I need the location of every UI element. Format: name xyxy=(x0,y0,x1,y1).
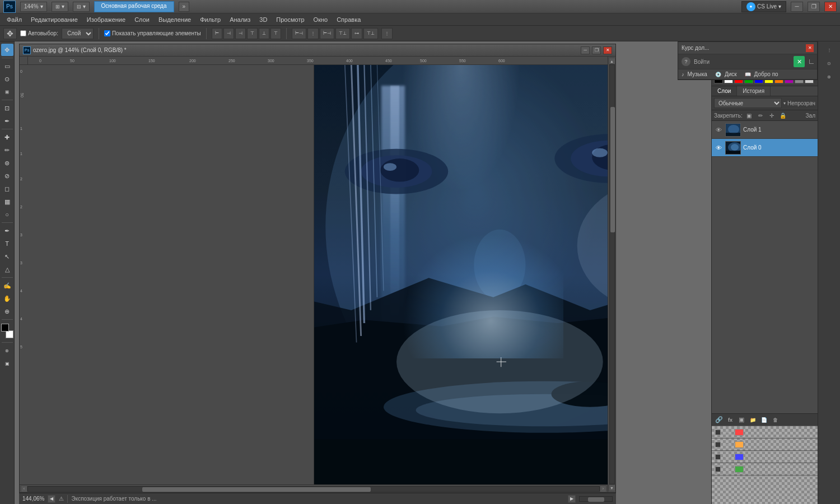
dist-bottom-btn[interactable]: ⊤⊥ xyxy=(363,28,378,39)
crop-tool[interactable]: ⊡ xyxy=(1,102,13,114)
check-1[interactable] xyxy=(715,430,721,435)
autofill-checkbox[interactable]: Автовыбор: xyxy=(20,30,58,36)
extra-panel-close-btn[interactable]: ✕ xyxy=(806,44,814,52)
tab-layers[interactable]: Слои xyxy=(712,86,737,96)
color-swatches[interactable] xyxy=(1,324,13,338)
menu-file[interactable]: Файл xyxy=(2,13,26,26)
status-nav-left[interactable]: ◀ xyxy=(48,495,55,503)
healing-tool[interactable]: ✚ xyxy=(1,131,13,143)
restore-btn[interactable]: ❐ xyxy=(808,2,820,12)
quick-select-tool[interactable]: ⋇ xyxy=(1,86,13,98)
gradient-tool[interactable]: ▦ xyxy=(1,195,13,208)
lasso-tool[interactable]: ⊙ xyxy=(1,73,13,85)
close-btn[interactable]: ✕ xyxy=(824,2,837,12)
zoom-dropdown[interactable]: 144% ▾ xyxy=(20,2,47,12)
screen-mode-btn[interactable]: ▣ xyxy=(1,357,13,370)
h-scroll-thumb[interactable] xyxy=(142,487,371,492)
move-tool-indicator[interactable]: ✥ xyxy=(3,28,17,39)
dist-center-btn[interactable]: ⋮ xyxy=(307,28,319,39)
workspace-btn[interactable]: Основная рабочая среда xyxy=(94,1,174,12)
menu-3d[interactable]: 3D xyxy=(255,13,272,26)
more-options-btn[interactable]: ⋮ xyxy=(381,28,393,39)
show-controls-check[interactable] xyxy=(104,30,110,36)
new-layer-btn[interactable]: 📄 xyxy=(759,416,769,424)
dist-right-btn[interactable]: ⊢⊣ xyxy=(320,28,334,39)
align-middle-btn[interactable]: ⊥ xyxy=(259,28,269,39)
dist-middle-btn[interactable]: ⊶ xyxy=(351,28,362,39)
clone-tool[interactable]: ⊛ xyxy=(1,157,13,169)
music-label[interactable]: Музыка xyxy=(688,71,707,77)
vertical-scrollbar[interactable]: ▲ ▼ xyxy=(608,57,615,492)
doc-minimize-btn[interactable]: ─ xyxy=(581,46,590,54)
layer-0-visibility[interactable]: 👁 xyxy=(714,143,723,152)
eraser-tool[interactable]: ◻ xyxy=(1,183,13,195)
help-btn[interactable]: ? xyxy=(682,57,690,66)
check-4[interactable] xyxy=(715,466,721,472)
cs-live-btn[interactable]: ● CS Live ▾ xyxy=(741,1,786,12)
arrange-btn[interactable]: ⊟ ▾ xyxy=(73,2,90,12)
blend-mode-select[interactable]: Обычные xyxy=(714,98,782,108)
move-tool[interactable]: ✥ xyxy=(1,44,13,56)
menu-window[interactable]: Окно xyxy=(309,13,333,26)
far-right-btn-1[interactable]: ⋮ xyxy=(823,44,836,56)
align-center-v-btn[interactable]: ⊣ xyxy=(223,28,234,39)
canvas-image-area[interactable] xyxy=(314,65,608,484)
layer-select-dropdown[interactable]: Слой xyxy=(62,28,94,39)
lock-position-btn[interactable]: ✛ xyxy=(767,111,776,119)
h-scroll-track[interactable] xyxy=(27,486,600,492)
autofill-check[interactable] xyxy=(20,30,26,36)
layer-item-0[interactable]: 👁 Слой 0 xyxy=(712,139,818,157)
login-btn[interactable]: Войти xyxy=(694,59,710,65)
add-mask-btn[interactable]: ▣ xyxy=(736,416,746,424)
eyedropper-tool[interactable]: ✒ xyxy=(1,115,13,127)
align-top-btn[interactable]: ⊤ xyxy=(247,28,258,39)
menu-edit[interactable]: Редактирование xyxy=(26,13,82,26)
layer-fx-btn[interactable]: fx xyxy=(725,416,735,424)
align-bottom-btn[interactable]: ⊤ xyxy=(270,28,281,39)
scroll-up-btn[interactable]: ▲ xyxy=(609,58,615,64)
notes-tool[interactable]: ✍ xyxy=(1,279,13,292)
menu-help[interactable]: Справка xyxy=(332,13,365,26)
pen-tool[interactable]: ✒ xyxy=(1,225,13,237)
menu-select[interactable]: Выделение xyxy=(154,13,195,26)
extra-options-btn[interactable]: » xyxy=(179,2,190,12)
scroll-down-btn[interactable]: ▼ xyxy=(609,484,615,491)
menu-filter[interactable]: Фильтр xyxy=(195,13,225,26)
align-right-btn[interactable]: ⊣ xyxy=(235,28,246,39)
minimize-btn[interactable]: ─ xyxy=(791,2,803,12)
status-scroll-thumb[interactable] xyxy=(588,497,604,502)
canvas-content[interactable] xyxy=(314,65,608,484)
view-options-btn[interactable]: ⊞ ▾ xyxy=(52,2,68,12)
dist-top-btn[interactable]: ⊤⊥ xyxy=(335,28,350,39)
quick-mask-btn[interactable]: ⊗ xyxy=(1,344,13,357)
doc-close-btn[interactable]: ✕ xyxy=(603,46,612,54)
align-left-btn[interactable]: ⊢ xyxy=(212,28,222,39)
far-right-btn-3[interactable]: ⊕ xyxy=(823,71,836,83)
lock-transparent-btn[interactable]: ▣ xyxy=(745,111,754,119)
show-controls-checkbox[interactable]: Показать управляющие элементы xyxy=(104,30,201,36)
shape-tool[interactable]: △ xyxy=(1,263,13,276)
check-3[interactable] xyxy=(715,454,721,460)
scroll-left-btn[interactable]: ‹ xyxy=(21,486,27,492)
status-scrollbar[interactable] xyxy=(579,496,613,502)
hand-tool[interactable]: ✋ xyxy=(1,292,13,305)
new-group-btn[interactable]: 📁 xyxy=(748,416,758,424)
v-scroll-track[interactable] xyxy=(609,64,615,484)
menu-layers[interactable]: Слои xyxy=(130,13,154,26)
horizontal-scrollbar[interactable]: ‹ › xyxy=(20,484,608,492)
v-scroll-thumb[interactable] xyxy=(610,107,615,232)
status-nav-right[interactable]: ▶ xyxy=(568,495,576,503)
path-select-tool[interactable]: ↖ xyxy=(1,250,13,263)
zoom-tool[interactable]: ⊕ xyxy=(1,305,13,318)
delete-layer-btn[interactable]: 🗑 xyxy=(770,416,780,424)
tab-history[interactable]: История xyxy=(737,86,771,96)
lock-all-btn[interactable]: 🔒 xyxy=(778,111,787,119)
text-tool[interactable]: T xyxy=(1,237,13,250)
menu-image[interactable]: Изображение xyxy=(82,13,130,26)
dist-left-btn[interactable]: ⊢⊣ xyxy=(292,28,306,39)
layer-item-1[interactable]: 👁 Слой 1 xyxy=(712,121,818,139)
menu-view[interactable]: Просмотр xyxy=(272,13,309,26)
brush-tool[interactable]: ✏ xyxy=(1,144,13,156)
far-right-btn-2[interactable]: ⊙ xyxy=(823,57,836,69)
link-layers-btn[interactable]: 🔗 xyxy=(714,416,724,424)
